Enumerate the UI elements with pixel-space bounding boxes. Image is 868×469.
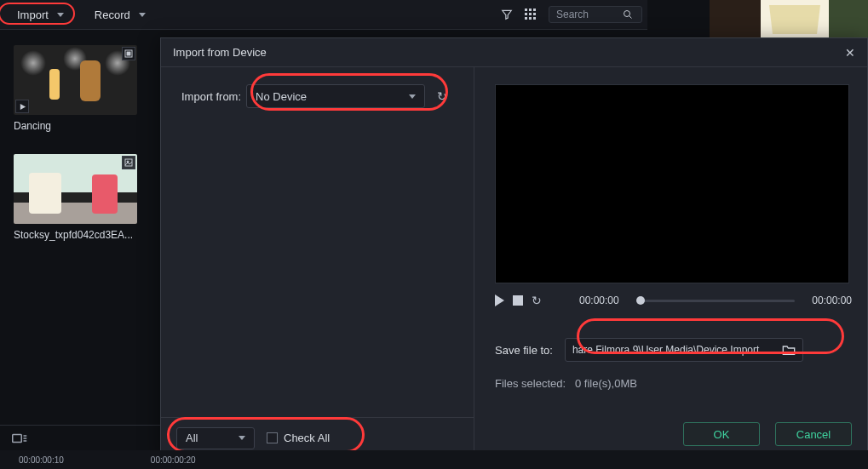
preview-strip xyxy=(710,0,868,37)
svg-rect-11 xyxy=(13,434,22,442)
svg-rect-7 xyxy=(127,52,130,55)
files-selected-label: Files selected: xyxy=(495,377,566,390)
search-icon xyxy=(623,9,633,20)
video-badge-icon xyxy=(122,47,135,60)
record-label: Record xyxy=(95,9,130,21)
top-toolbar: Import Record xyxy=(0,0,647,30)
highlight-check-all xyxy=(167,417,365,453)
svg-marker-8 xyxy=(20,103,25,109)
ok-label: OK xyxy=(714,428,730,441)
cancel-button[interactable]: Cancel xyxy=(775,422,852,446)
timecode-mark: 00:00:00:20 xyxy=(151,455,196,465)
filter-icon[interactable] xyxy=(501,9,513,20)
highlight-import xyxy=(0,3,75,25)
timecode-current: 00:00:00 xyxy=(579,295,619,306)
media-panel-footer xyxy=(0,425,160,450)
highlight-device-select xyxy=(250,73,448,111)
cancel-label: Cancel xyxy=(796,428,831,441)
folder-list-icon[interactable] xyxy=(12,432,27,444)
ok-button[interactable]: OK xyxy=(683,422,760,446)
timecode-mark: 00:00:00:10 xyxy=(19,455,64,465)
media-thumb[interactable]: Dancing xyxy=(14,45,137,132)
play-button[interactable] xyxy=(495,295,504,306)
record-menu-button[interactable]: Record xyxy=(83,5,158,25)
image-badge-icon xyxy=(122,156,135,169)
dialog-titlebar: Import from Device ✕ xyxy=(161,38,867,67)
svg-point-0 xyxy=(624,11,630,17)
playable-badge-icon xyxy=(15,100,29,113)
dialog-right-pane: ↻ 00:00:00 00:00:00 Save file to: hare F… xyxy=(474,67,867,458)
transport-bar: ↻ 00:00:00 00:00:00 xyxy=(495,294,852,307)
save-to-label: Save file to: xyxy=(495,344,553,357)
loop-button[interactable]: ↻ xyxy=(532,294,542,307)
highlight-save-path xyxy=(577,318,844,354)
dialog-left-pane: Import from: No Device ↻ All Check All xyxy=(161,67,474,458)
thumb-label: Dancing xyxy=(14,120,137,132)
dialog-title: Import from Device xyxy=(173,46,267,59)
files-selected-row: Files selected: 0 file(s),0MB xyxy=(495,377,852,390)
seek-knob[interactable] xyxy=(636,296,645,305)
media-panel: Dancing Stocksy_txpfd042cd3EA... xyxy=(0,30,160,469)
timecode-total: 00:00:00 xyxy=(812,295,852,306)
files-selected-value: 0 file(s),0MB xyxy=(575,377,637,390)
view-grid-icon[interactable] xyxy=(525,9,537,20)
thumb-label: Stocksy_txpfd042cd3EA... xyxy=(14,229,137,241)
svg-rect-3 xyxy=(710,0,761,37)
svg-line-1 xyxy=(629,16,632,19)
stop-button[interactable] xyxy=(513,295,523,306)
timeline-ruler[interactable]: 00:00:00:10 00:00:00:20 xyxy=(0,450,868,469)
svg-rect-4 xyxy=(829,0,868,37)
thumb-image xyxy=(14,154,137,224)
video-preview xyxy=(495,84,849,283)
thumb-image xyxy=(14,45,137,115)
import-from-label: Import from: xyxy=(181,90,241,103)
search-input[interactable] xyxy=(556,9,623,20)
chevron-down-icon xyxy=(139,13,146,17)
media-thumb[interactable]: Stocksy_txpfd042cd3EA... xyxy=(14,154,137,241)
close-icon[interactable]: ✕ xyxy=(845,46,855,60)
search-field[interactable] xyxy=(549,6,642,23)
seek-slider[interactable] xyxy=(636,300,796,302)
